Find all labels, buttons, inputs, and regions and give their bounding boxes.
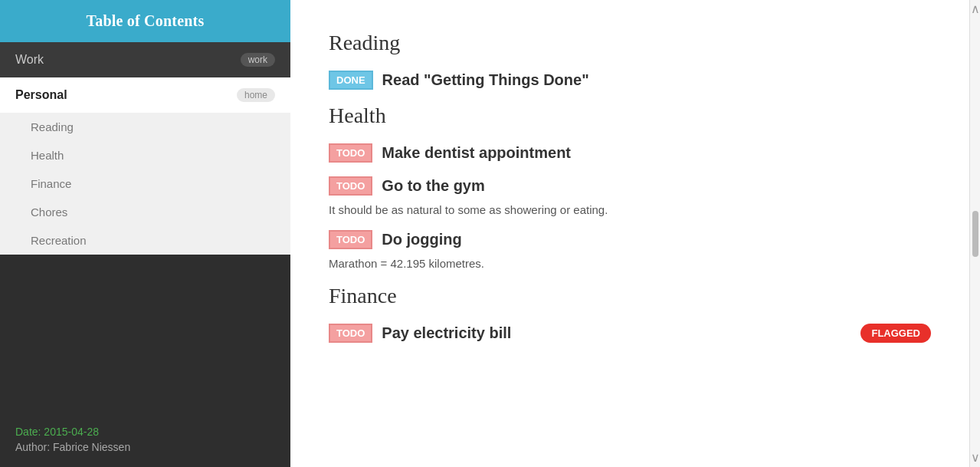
- section-finance-title: Finance: [329, 284, 931, 308]
- task-row: DONE Read "Getting Things Done": [329, 71, 931, 90]
- task-row: TODO Pay electricity bill FLAGGED: [329, 324, 931, 343]
- task-note: It should be as natural to some as showe…: [329, 203, 931, 216]
- sidebar-sub-items: Reading Health Finance Chores Recreation: [0, 113, 290, 255]
- sidebar-footer: Date: 2015-04-28 Author: Fabrice Niessen: [0, 412, 290, 467]
- section-health: Health TODO Make dentist appointment TOD…: [329, 104, 931, 270]
- flagged-badge: FLAGGED: [860, 324, 931, 343]
- task-text: Read "Getting Things Done": [382, 71, 589, 89]
- task-text: Do jogging: [382, 231, 461, 248]
- sidebar-item-finance[interactable]: Finance: [0, 169, 290, 198]
- sidebar-item-recreation[interactable]: Recreation: [0, 226, 290, 255]
- task-text: Pay electricity bill: [382, 324, 511, 342]
- task-row: TODO Make dentist appointment: [329, 143, 931, 163]
- task-left: TODO Make dentist appointment: [329, 143, 571, 163]
- task-left: TODO Go to the gym: [329, 176, 485, 196]
- sidebar-item-chores[interactable]: Chores: [0, 198, 290, 226]
- sidebar-item-health[interactable]: Health: [0, 141, 290, 169]
- sidebar-author: Author: Fabrice Niessen: [15, 441, 275, 453]
- sidebar-work-badge: work: [241, 53, 275, 67]
- sidebar-nav: Work work Personal home Reading Health F…: [0, 42, 290, 412]
- badge-todo: TODO: [329, 176, 372, 196]
- task-left: TODO Do jogging: [329, 230, 462, 249]
- scroll-up-arrow[interactable]: ∧: [971, 3, 980, 15]
- section-reading: Reading DONE Read "Getting Things Done": [329, 31, 931, 90]
- task-left: TODO Pay electricity bill: [329, 324, 511, 343]
- badge-todo: TODO: [329, 143, 372, 163]
- sidebar: Table of Contents Work work Personal hom…: [0, 0, 290, 467]
- scroll-thumb[interactable]: [972, 211, 978, 257]
- sidebar-item-work[interactable]: Work work: [0, 42, 290, 77]
- sidebar-header: Table of Contents: [0, 0, 290, 42]
- task-left: DONE Read "Getting Things Done": [329, 71, 589, 90]
- task-note: Marathon = 42.195 kilometres.: [329, 257, 931, 270]
- badge-done: DONE: [329, 71, 373, 90]
- section-finance: Finance TODO Pay electricity bill FLAGGE…: [329, 284, 931, 343]
- sidebar-personal-badge: home: [237, 88, 275, 102]
- section-health-title: Health: [329, 104, 931, 128]
- scrollbar[interactable]: ∧ ∨: [969, 0, 980, 467]
- sidebar-item-reading[interactable]: Reading: [0, 113, 290, 141]
- sidebar-date: Date: 2015-04-28: [15, 426, 275, 438]
- sidebar-work-label: Work: [15, 53, 44, 67]
- task-text: Go to the gym: [382, 177, 484, 195]
- main-content: Reading DONE Read "Getting Things Done" …: [290, 0, 969, 467]
- scroll-down-arrow[interactable]: ∨: [971, 452, 980, 464]
- task-row: TODO Go to the gym: [329, 176, 931, 196]
- sidebar-title: Table of Contents: [87, 12, 205, 29]
- section-reading-title: Reading: [329, 31, 931, 55]
- badge-todo: TODO: [329, 230, 372, 249]
- sidebar-personal-label: Personal: [15, 88, 67, 102]
- sidebar-item-personal[interactable]: Personal home: [0, 77, 290, 113]
- badge-todo: TODO: [329, 324, 372, 343]
- task-text: Make dentist appointment: [382, 144, 571, 162]
- task-row: TODO Do jogging: [329, 230, 931, 249]
